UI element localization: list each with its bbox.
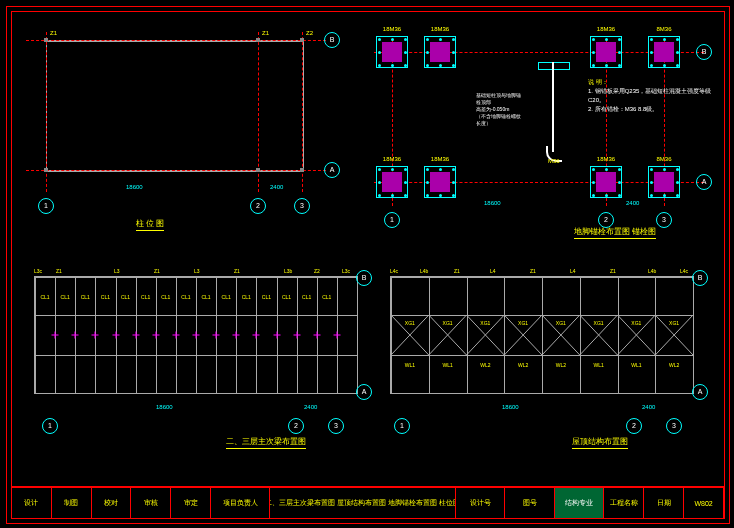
plan-outline [46,40,304,172]
title-block: 设计制图校对审核审定项目负责人二、三层主次梁布置图 屋顶结构布置图 地脚锚栓布置… [11,487,725,519]
drawing-title: 柱 位 图 [136,218,164,231]
grid-bubble-b: B [696,44,712,60]
grid-bubble-1: 1 [38,198,54,214]
titleblock-cell: 校对 [92,488,132,518]
inner-border: Z1 Z1 Z2 B A 1 2 3 18600 2400 柱 位 图 18M3… [11,11,725,487]
grid-bubble-1: 1 [42,418,58,434]
titleblock-cell: 审定 [171,488,211,518]
grid-bubble-a: A [692,384,708,400]
dim: 2400 [304,404,317,410]
drawing-column-location: Z1 Z1 Z2 B A 1 2 3 18600 2400 柱 位 图 [26,22,344,228]
beam-label: Z1 [50,30,57,36]
beam-label: Z1 [56,268,62,274]
titleblock-cell: 设计号 [456,488,506,518]
dim: 18600 [156,404,173,410]
anchor-dim-note: 基础短柱顶与地脚锚栓顶部高差为-0.050m（不含地脚锚栓螺纹长度） [476,92,522,127]
beam-label: L4b [648,268,656,274]
grid-bubble-a: A [696,174,712,190]
grid-bubble-b: B [356,270,372,286]
dim: 18600 [126,184,143,190]
baseplate: 18M36 [376,166,408,198]
grid-bubble-1: 1 [394,418,410,434]
beam-label: L3 [194,268,200,274]
beam-grid: CL1CL1CL1CL1CL1CL1CL1CL1CL1CL1CL1CL1CL1C… [34,276,358,394]
dim: 2400 [270,184,283,190]
titleblock-cell: W802 [684,488,724,518]
titleblock-cell: 项目负责人 [211,488,270,518]
drawing-title: 地脚锚栓布置图 锚栓图 [574,226,656,239]
grid-bubble-3: 3 [666,418,682,434]
beam-label: Z1 [262,30,269,36]
titleblock-cell: 二、三层主次梁布置图 屋顶结构布置图 地脚锚栓布置图 柱位图 [270,488,455,518]
titleblock-cell: 制图 [52,488,92,518]
drawing-title: 屋顶结构布置图 [572,436,628,449]
beam-label: Z1 [454,268,460,274]
baseplate: 18M36 [590,166,622,198]
beam-label: L3c [34,268,42,274]
beam-label: Z1 [610,268,616,274]
beam-label: Z1 [234,268,240,274]
grid-bubble-b: B [692,270,708,286]
titleblock-cell: 图号 [505,488,555,518]
baseplate: 18M36 [376,36,408,68]
titleblock-cell: 审核 [131,488,171,518]
beam-label: L4 [570,268,576,274]
beam-label: Z2 [306,30,313,36]
drawing-title: 二、三层主次梁布置图 [226,436,306,449]
beam-label: L4 [490,268,496,274]
grid-bubble-2: 2 [288,418,304,434]
grid-bubble-b: B [324,32,340,48]
baseplate: 8M36 [648,166,680,198]
beam-label: L4c [680,268,688,274]
drawing-floor-beam-layout: CL1CL1CL1CL1CL1CL1CL1CL1CL1CL1CL1CL1CL1C… [26,252,366,452]
anchor-bolt-detail: M36 基础短柱顶与地脚锚栓顶部高差为-0.050m（不含地脚锚栓螺纹长度） [524,62,584,162]
titleblock-cell: 工程名称 [604,488,644,518]
beam-label: L3c [342,268,350,274]
baseplate: 18M36 [590,36,622,68]
grid-bubble-2: 2 [626,418,642,434]
sheet-border: Z1 Z1 Z2 B A 1 2 3 18600 2400 柱 位 图 18M3… [6,6,730,524]
roof-grid: XG1WL1XG1WL1XG1WL2XG1WL2XG1WL2XG1WL1XG1W… [390,276,694,394]
anchor-size-label: M36 [548,158,560,164]
baseplate: 18M36 [424,36,456,68]
beam-label: Z1 [154,268,160,274]
beam-label: L4b [420,268,428,274]
titleblock-cell: 日期 [644,488,684,518]
titleblock-cell: 设计 [12,488,52,518]
grid-bubble-3: 3 [294,198,310,214]
grid-bubble-1: 1 [384,212,400,228]
grid-bubble-a: A [356,384,372,400]
grid-bubble-3: 3 [328,418,344,434]
grid-bubble-2: 2 [250,198,266,214]
general-notes: 说 明： 1. 钢锚板采用Q235，基础短柱混凝土强度等级C20。 2. 所有锚… [588,78,718,114]
drawing-anchor-bolt-layout: 18M36 18M36 18M36 8M36 18M36 18M36 18M36… [374,22,714,238]
dim: 18600 [502,404,519,410]
beam-label: Z2 [314,268,320,274]
beam-label: L3b [284,268,292,274]
dim: 2400 [642,404,655,410]
dim: 2400 [626,200,639,206]
dim: 18600 [484,200,501,206]
beam-label: L4c [390,268,398,274]
titleblock-cell: 结构专业 [555,488,605,518]
beam-label: L3 [114,268,120,274]
baseplate: 8M36 [648,36,680,68]
drawing-roof-structure: XG1WL1XG1WL1XG1WL2XG1WL2XG1WL2XG1WL1XG1W… [382,252,702,452]
grid-bubble-3: 3 [656,212,672,228]
beam-label: Z1 [530,268,536,274]
grid-bubble-a: A [324,162,340,178]
baseplate: 18M36 [424,166,456,198]
